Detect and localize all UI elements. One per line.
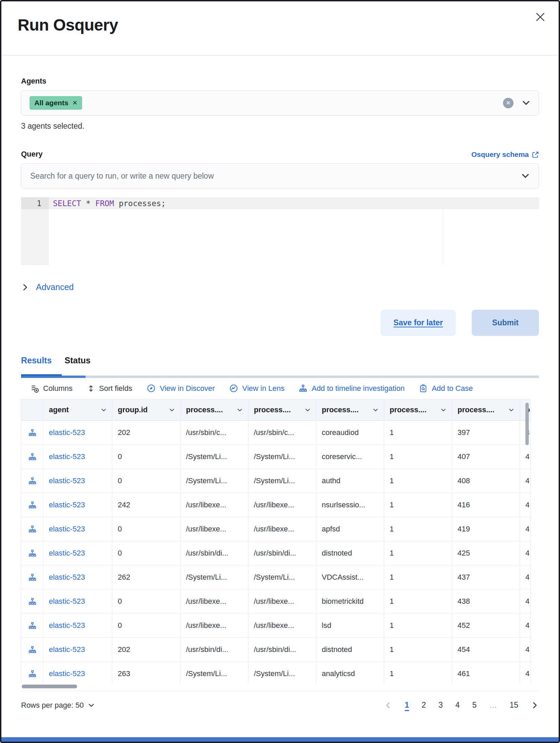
analyze-event-cell[interactable] xyxy=(21,565,43,589)
column-actions-chevron-icon[interactable] xyxy=(101,407,107,413)
close-button[interactable] xyxy=(532,9,548,25)
add-to-case-button[interactable]: Add to Case xyxy=(419,384,473,393)
agent-link[interactable]: elastic-523 xyxy=(49,645,85,654)
editor-content[interactable]: SELECT * FROM processes; xyxy=(49,197,539,265)
analyze-event-cell[interactable] xyxy=(21,493,43,517)
agents-selected-badge[interactable]: All agents ✕ xyxy=(30,96,82,110)
saved-query-select[interactable]: Search for a query to run, or write a ne… xyxy=(21,163,539,188)
cell: 416 xyxy=(452,493,520,517)
analyze-event-cell[interactable] xyxy=(21,638,43,662)
rows-per-page-button[interactable]: Rows per page: 50 xyxy=(21,701,95,710)
header-cell-actions xyxy=(21,399,43,420)
tab-results[interactable]: Results xyxy=(21,356,52,365)
discover-compass-icon xyxy=(147,384,156,393)
cell: 4 xyxy=(520,517,530,541)
cell: /System/Li... xyxy=(181,662,248,684)
column-actions-chevron-icon[interactable] xyxy=(169,407,175,413)
osquery-schema-link-label: Osquery schema xyxy=(471,150,529,159)
cell: biometrickitd xyxy=(316,590,384,613)
cell: /usr/libexe... xyxy=(181,493,248,517)
header-label: process.... xyxy=(458,405,494,414)
add-to-timeline-button[interactable]: Add to timeline investigation xyxy=(299,384,405,393)
analyze-event-cell[interactable] xyxy=(21,541,43,565)
cell: /usr/libexe... xyxy=(248,493,316,517)
column-actions-chevron-icon[interactable] xyxy=(441,407,446,413)
agents-badge-label: All agents xyxy=(34,99,68,107)
cell: distnoted xyxy=(316,541,384,565)
grid-top-scrollbar-track[interactable] xyxy=(21,376,539,378)
column-actions-chevron-icon[interactable] xyxy=(305,407,311,413)
agent-link[interactable]: elastic-523 xyxy=(49,621,85,630)
page-number-button[interactable]: 5 xyxy=(472,701,477,710)
table-row: elastic-523202/usr/sbin/c.../usr/sbin/c.… xyxy=(21,421,530,445)
cell: 0 xyxy=(112,469,181,493)
analyze-event-cell[interactable] xyxy=(21,421,43,445)
agent-link[interactable]: elastic-523 xyxy=(49,597,85,606)
advanced-accordion-toggle[interactable]: Advanced xyxy=(21,282,539,292)
analyze-event-cell[interactable] xyxy=(21,590,43,613)
header-cell[interactable]: agent xyxy=(43,399,112,420)
osquery-schema-link[interactable]: Osquery schema xyxy=(471,150,539,159)
analyze-event-cell[interactable] xyxy=(21,445,43,469)
analyze-event-cell[interactable] xyxy=(21,517,43,541)
agent-link[interactable]: elastic-523 xyxy=(49,525,85,533)
cell: 419 xyxy=(452,517,520,541)
page-number-button[interactable]: 2 xyxy=(422,701,426,710)
close-icon xyxy=(535,12,546,22)
analyze-event-cell[interactable] xyxy=(21,614,43,637)
grid-vertical-scrollbar-thumb[interactable] xyxy=(525,403,529,445)
analyze-event-cell[interactable] xyxy=(21,469,43,493)
page-number-button[interactable]: 3 xyxy=(438,701,443,710)
agent-link[interactable]: elastic-523 xyxy=(49,428,85,437)
header-cell[interactable]: group.id xyxy=(112,399,181,420)
query-code-editor[interactable]: 1 SELECT * FROM processes; xyxy=(21,197,539,265)
view-in-discover-button[interactable]: View in Discover xyxy=(147,384,215,393)
page-number-button[interactable]: 1 xyxy=(405,701,409,710)
cell: analyticsd xyxy=(316,662,384,684)
agents-selected-summary: 3 agents selected. xyxy=(21,122,539,131)
cell: /System/Li... xyxy=(248,565,316,589)
results-tab-underline xyxy=(21,374,62,376)
view-in-lens-button[interactable]: View in Lens xyxy=(229,384,284,393)
sort-fields-button[interactable]: Sort fields xyxy=(87,384,132,393)
agent-link[interactable]: elastic-523 xyxy=(49,501,85,509)
columns-button[interactable]: Columns xyxy=(30,384,73,393)
chevron-right-icon xyxy=(21,283,29,291)
agent-link[interactable]: elastic-523 xyxy=(49,573,85,582)
agents-combobox[interactable]: All agents ✕ ✕ xyxy=(21,90,539,115)
clear-selection-icon[interactable]: ✕ xyxy=(503,98,514,108)
cell: 4 xyxy=(520,541,530,565)
agent-link[interactable]: elastic-523 xyxy=(49,452,85,461)
page-number-button[interactable]: 4 xyxy=(455,701,460,710)
column-actions-chevron-icon[interactable] xyxy=(237,407,243,413)
save-for-later-button[interactable]: Save for later xyxy=(380,310,456,336)
agent-link[interactable]: elastic-523 xyxy=(49,549,85,558)
next-page-button[interactable] xyxy=(531,701,539,709)
cell: 407 xyxy=(452,445,520,469)
header-cell[interactable]: process.... xyxy=(248,399,316,420)
tab-status[interactable]: Status xyxy=(64,356,90,365)
header-cell[interactable]: process.... xyxy=(181,399,248,420)
chevron-down-icon[interactable] xyxy=(522,98,530,107)
column-actions-chevron-icon[interactable] xyxy=(508,407,514,413)
header-cell[interactable]: process.... xyxy=(452,399,520,420)
previous-page-button[interactable] xyxy=(384,701,392,709)
cell: elastic-523 xyxy=(43,493,112,517)
chevron-down-icon[interactable] xyxy=(521,171,530,180)
grid-horizontal-scrollbar-thumb[interactable] xyxy=(22,685,77,688)
analyze-event-cell[interactable] xyxy=(21,662,43,684)
agent-link[interactable]: elastic-523 xyxy=(49,476,85,485)
query-section: Query Osquery schema Search for a query … xyxy=(21,150,539,265)
column-actions-chevron-icon[interactable] xyxy=(373,407,378,413)
cell: 4 xyxy=(520,638,530,662)
grid-horizontal-scrollbar[interactable] xyxy=(21,684,531,689)
cell: 4 xyxy=(520,445,530,469)
badge-remove-icon[interactable]: ✕ xyxy=(72,99,77,107)
agent-link[interactable]: elastic-523 xyxy=(49,669,85,678)
page-number-button[interactable]: 15 xyxy=(509,701,518,710)
header-cell[interactable]: process.... xyxy=(384,399,452,420)
submit-button[interactable]: Submit xyxy=(472,310,539,336)
header-cell[interactable]: process.... xyxy=(316,399,384,420)
cell: 1 xyxy=(384,638,452,662)
cell: /usr/libexe... xyxy=(248,590,316,613)
